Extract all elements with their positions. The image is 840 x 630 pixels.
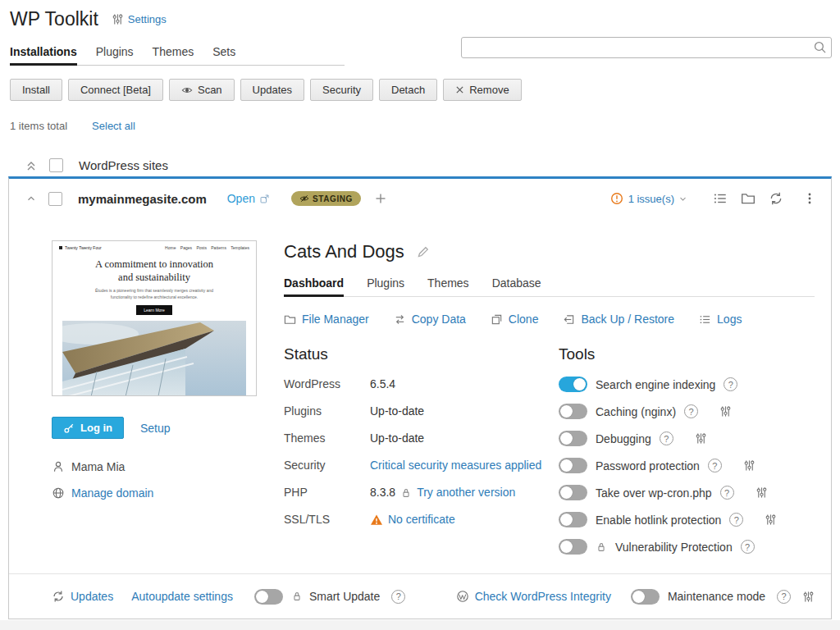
tab-database[interactable]: Database	[492, 273, 541, 296]
refresh-icon[interactable]	[767, 189, 785, 208]
help-icon[interactable]	[777, 590, 791, 604]
details-list-icon[interactable]	[711, 189, 729, 208]
settings-link[interactable]: Settings	[112, 13, 167, 25]
tab-plugins[interactable]: Plugins	[96, 40, 134, 65]
try-another-version-link[interactable]: Try another version	[417, 485, 515, 500]
sliders-icon[interactable]	[743, 459, 756, 472]
no-certificate-link[interactable]: No certificate	[388, 512, 455, 527]
search-indexing-toggle[interactable]	[559, 377, 587, 392]
tab-themes[interactable]: Themes	[153, 40, 194, 65]
help-icon[interactable]	[391, 590, 405, 604]
add-label-icon[interactable]	[374, 192, 387, 205]
list-meta: 1 items total Select all	[10, 120, 830, 132]
external-link-icon	[259, 194, 270, 204]
folder-view-icon[interactable]	[739, 189, 757, 208]
help-icon[interactable]	[684, 404, 698, 418]
scan-button[interactable]: Scan	[169, 79, 235, 101]
eye-slash-icon	[299, 194, 309, 203]
tool-search-engine-indexing: Search engine indexing	[559, 377, 815, 392]
status-row-security: Security Critical security measures appl…	[284, 458, 542, 473]
sliders-icon[interactable]	[695, 432, 707, 445]
password-protection-toggle[interactable]	[559, 458, 587, 473]
eye-icon	[181, 84, 193, 96]
tab-sets[interactable]: Sets	[212, 40, 235, 65]
tab-site-plugins[interactable]: Plugins	[367, 273, 404, 296]
hotlink-protection-toggle[interactable]	[559, 512, 587, 527]
help-icon[interactable]	[708, 459, 722, 472]
check-integrity-link[interactable]: Check WordPress Integrity	[456, 590, 611, 603]
tool-hotlink-protection: Enable hotlink protection	[559, 512, 815, 527]
smart-update-toggle[interactable]	[254, 589, 283, 605]
toolbar: Install Connect [Beta] Scan Updates Secu…	[10, 79, 830, 101]
tab-dashboard[interactable]: Dashboard	[284, 273, 344, 296]
help-icon[interactable]	[660, 431, 673, 445]
maintenance-mode-toggle[interactable]	[631, 589, 660, 605]
setup-link[interactable]: Setup	[140, 422, 171, 435]
select-all-link[interactable]: Select all	[92, 120, 135, 132]
collapse-icon[interactable]	[25, 193, 37, 204]
lock-icon	[400, 487, 412, 499]
remove-button[interactable]: Remove	[443, 79, 521, 101]
clone-link[interactable]: Clone	[491, 313, 539, 326]
debugging-toggle[interactable]	[559, 431, 587, 446]
manage-domain-link[interactable]: Manage domain	[71, 486, 153, 500]
file-manager-link[interactable]: File Manager	[284, 313, 369, 326]
help-icon[interactable]	[741, 540, 755, 554]
lock-icon	[291, 591, 303, 602]
install-button[interactable]: Install	[10, 79, 62, 101]
detach-button[interactable]: Detach	[379, 79, 437, 101]
site-card: mymainmegasite.com Open STAGING	[8, 176, 832, 619]
tool-password-protection: Password protection	[559, 458, 815, 473]
tab-site-themes[interactable]: Themes	[427, 273, 469, 296]
login-button[interactable]: Log in	[52, 417, 124, 439]
site-title: Cats And Dogs	[284, 241, 404, 262]
copy-data-link[interactable]: Copy Data	[394, 313, 466, 326]
edit-pencil-icon[interactable]	[416, 245, 430, 259]
search-box	[461, 37, 832, 58]
search-icon[interactable]	[813, 40, 827, 54]
logs-link[interactable]: Logs	[699, 313, 742, 326]
site-right-column: Cats And Dogs Dashboard Plugins Themes D…	[284, 230, 815, 566]
collapse-all-icon[interactable]	[25, 159, 38, 172]
site-left-column: Twenty Twenty Four Home Pages Posts Patt…	[52, 230, 257, 566]
help-icon[interactable]	[729, 513, 743, 527]
site-card-footer: Updates Autoupdate settings Smart Update	[9, 573, 831, 619]
updates-link[interactable]: Updates	[52, 590, 113, 603]
vulnerability-protection-toggle[interactable]	[559, 539, 587, 555]
preview-logo	[59, 246, 62, 249]
sliders-icon[interactable]	[756, 486, 768, 499]
connect-button[interactable]: Connect [Beta]	[68, 79, 163, 101]
tab-installations[interactable]: Installations	[10, 40, 77, 65]
help-icon[interactable]	[724, 377, 737, 391]
x-icon	[455, 85, 464, 94]
help-icon[interactable]	[720, 486, 734, 500]
group-checkbox[interactable]	[49, 158, 63, 172]
site-card-header: mymainmegasite.com Open STAGING	[9, 179, 831, 218]
tool-caching: Caching (nginx)	[559, 404, 815, 419]
security-measures-link[interactable]: Critical security measures applied	[370, 458, 541, 473]
search-input[interactable]	[461, 37, 832, 58]
caching-toggle[interactable]	[559, 404, 587, 419]
owner-row: Mama Mia	[52, 460, 257, 473]
lock-icon	[596, 541, 607, 553]
owner-name: Mama Mia	[71, 460, 125, 473]
open-site-link[interactable]: Open	[227, 192, 270, 205]
site-preview-thumbnail[interactable]: Twenty Twenty Four Home Pages Posts Patt…	[52, 240, 257, 396]
sliders-icon[interactable]	[765, 514, 777, 526]
sliders-icon[interactable]	[719, 405, 732, 418]
wp-cron-toggle[interactable]	[559, 485, 587, 500]
page-title: WP Toolkit	[10, 8, 98, 30]
security-button[interactable]: Security	[310, 79, 373, 101]
main-tabs: Installations Plugins Themes Sets	[10, 40, 345, 66]
user-icon	[52, 460, 65, 473]
updates-button[interactable]: Updates	[240, 79, 304, 101]
autoupdate-settings-link[interactable]: Autoupdate settings	[131, 590, 233, 603]
status-heading: Status	[284, 345, 542, 363]
action-links: File Manager Copy Data	[284, 313, 815, 326]
backup-restore-link[interactable]: Back Up / Restore	[563, 313, 674, 326]
site-checkbox[interactable]	[48, 192, 62, 206]
issues-dropdown[interactable]: 1 issue(s)	[610, 192, 687, 205]
sliders-icon[interactable]	[802, 591, 815, 603]
status-section: Status WordPress 6.5.4 Plugins Up-to-dat…	[284, 345, 542, 566]
kebab-menu-icon[interactable]	[801, 190, 818, 207]
